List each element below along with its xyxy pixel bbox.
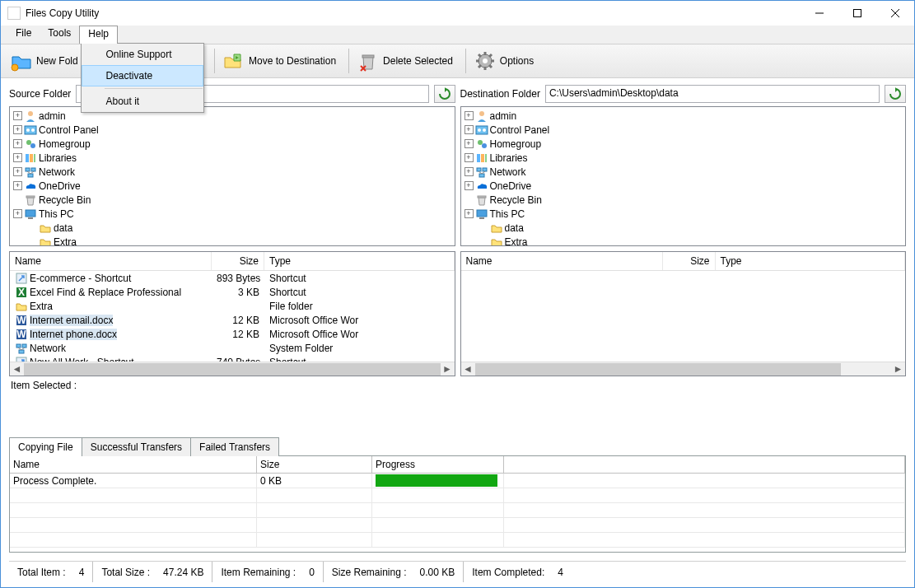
tree-node[interactable]: +This PC bbox=[10, 207, 455, 221]
destination-files-body[interactable] bbox=[461, 271, 906, 362]
col-type[interactable]: Type bbox=[716, 252, 906, 270]
maximize-button[interactable] bbox=[838, 1, 876, 26]
tree-node[interactable]: +Network bbox=[10, 165, 455, 179]
scroll-right-icon[interactable]: ► bbox=[441, 362, 455, 376]
destination-hscrollbar[interactable]: ◄ ► bbox=[461, 362, 906, 376]
tree-node[interactable]: +Libraries bbox=[10, 151, 455, 165]
tree-node[interactable]: +Homegroup bbox=[461, 137, 906, 151]
minimize-button[interactable] bbox=[801, 1, 838, 26]
expander-icon[interactable]: + bbox=[13, 181, 22, 190]
expander-icon[interactable]: + bbox=[13, 209, 22, 218]
scroll-thumb[interactable] bbox=[475, 363, 842, 376]
file-name: Excel Find & Replace Professional bbox=[30, 287, 181, 298]
recycle-icon bbox=[475, 194, 488, 207]
gcol-progress[interactable]: Progress bbox=[372, 456, 504, 473]
scroll-right-icon[interactable]: ► bbox=[891, 362, 905, 376]
expander-icon[interactable]: + bbox=[465, 209, 474, 218]
tree-node[interactable]: +This PC bbox=[461, 207, 906, 221]
tree-node[interactable]: +Libraries bbox=[461, 151, 906, 165]
destination-list-header: Name Size Type bbox=[461, 252, 906, 271]
svg-rect-24 bbox=[34, 154, 35, 162]
menu-tools[interactable]: Tools bbox=[40, 26, 79, 44]
menu-help[interactable]: Help bbox=[79, 26, 118, 44]
file-row[interactable]: WInternet phone.docx12 KBMicrosoft Offic… bbox=[10, 327, 455, 341]
destination-file-list[interactable]: Name Size Type ◄ ► bbox=[460, 251, 907, 376]
col-size[interactable]: Size bbox=[212, 252, 264, 270]
tree-node[interactable]: Extra bbox=[10, 235, 455, 246]
tree-node[interactable]: +Homegroup bbox=[10, 137, 455, 151]
close-button[interactable] bbox=[876, 1, 914, 26]
file-row[interactable]: New All Work - Shortcut740 BytesShortcut bbox=[10, 355, 455, 362]
tab-failed-transfers[interactable]: Failed Transfers bbox=[190, 437, 279, 456]
tree-node[interactable]: +Control Panel bbox=[10, 123, 455, 137]
expander-icon[interactable]: + bbox=[13, 111, 22, 120]
menu-deactivate[interactable]: Deactivate bbox=[82, 65, 203, 86]
source-hscrollbar[interactable]: ◄ ► bbox=[10, 362, 455, 376]
expander-icon[interactable]: + bbox=[13, 139, 22, 148]
tab-successful-transfers[interactable]: Successful Transfers bbox=[82, 437, 191, 456]
main-area: Source Folder +admin+Control Panel+Homeg… bbox=[1, 78, 914, 433]
file-row[interactable]: E-commerce - Shortcut893 BytesShortcut bbox=[10, 271, 455, 285]
gcol-name[interactable]: Name bbox=[10, 456, 257, 473]
gcol-size[interactable]: Size bbox=[257, 456, 372, 473]
svg-point-7 bbox=[483, 58, 488, 63]
tree-node[interactable]: +Control Panel bbox=[461, 123, 906, 137]
source-tree[interactable]: +admin+Control Panel+Homegroup+Libraries… bbox=[9, 106, 455, 246]
svg-rect-30 bbox=[26, 196, 35, 198]
tree-node[interactable]: Recycle Bin bbox=[10, 193, 455, 207]
col-name[interactable]: Name bbox=[10, 252, 212, 270]
tree-node[interactable]: Extra bbox=[461, 235, 906, 246]
source-files-body[interactable]: E-commerce - Shortcut893 BytesShortcutXE… bbox=[10, 271, 455, 362]
new-folder-button[interactable]: New Fold bbox=[6, 46, 87, 76]
tree-node[interactable]: +Network bbox=[461, 165, 906, 179]
tree-node-label: admin bbox=[490, 110, 517, 122]
file-row[interactable]: NetworkSystem Folder bbox=[10, 341, 455, 355]
expander-icon[interactable]: + bbox=[465, 111, 474, 120]
svg-rect-42 bbox=[19, 350, 24, 353]
grid-progress-cell bbox=[372, 474, 504, 488]
scroll-thumb[interactable] bbox=[24, 363, 441, 376]
expander-icon[interactable]: + bbox=[13, 167, 22, 176]
destination-tree[interactable]: +admin+Control Panel+Homegroup+Libraries… bbox=[460, 106, 907, 246]
status-value: 0 bbox=[309, 567, 315, 578]
folder-icon bbox=[490, 236, 503, 247]
tree-node[interactable]: data bbox=[461, 221, 906, 235]
tab-copying-file[interactable]: Copying File bbox=[9, 437, 82, 456]
scroll-left-icon[interactable]: ◄ bbox=[10, 362, 24, 376]
source-refresh-button[interactable] bbox=[434, 85, 455, 103]
expander-icon[interactable]: + bbox=[13, 153, 22, 162]
expander-icon bbox=[479, 223, 488, 232]
tree-node[interactable]: +OneDrive bbox=[461, 179, 906, 193]
menu-online-support[interactable]: Online Support bbox=[82, 44, 203, 65]
destination-path-input[interactable]: C:\Users\admin\Desktop\data bbox=[545, 85, 880, 103]
expander-icon[interactable]: + bbox=[465, 153, 474, 162]
expander-icon[interactable]: + bbox=[13, 125, 22, 134]
status-total-size: Total Size : 47.24 KB bbox=[93, 562, 212, 582]
expander-icon[interactable]: + bbox=[465, 181, 474, 190]
tree-node[interactable]: Recycle Bin bbox=[461, 193, 906, 207]
file-row[interactable]: ExtraFile folder bbox=[10, 299, 455, 313]
expander-icon[interactable]: + bbox=[465, 139, 474, 148]
expander-icon[interactable]: + bbox=[465, 167, 474, 176]
move-to-destination-button[interactable]: Move to Destination bbox=[218, 46, 345, 76]
cpl-icon bbox=[24, 124, 37, 137]
file-row[interactable]: XExcel Find & Replace Professional3 KBSh… bbox=[10, 285, 455, 299]
destination-refresh-button[interactable] bbox=[885, 85, 906, 103]
delete-selected-button[interactable]: Delete Selected bbox=[352, 46, 462, 76]
file-size: 12 KB bbox=[212, 315, 264, 326]
expander-icon[interactable]: + bbox=[465, 125, 474, 134]
tree-node[interactable]: +OneDrive bbox=[10, 179, 455, 193]
tree-node[interactable]: +admin bbox=[10, 109, 455, 123]
col-size[interactable]: Size bbox=[663, 252, 716, 270]
tree-node[interactable]: +admin bbox=[461, 109, 906, 123]
source-file-list[interactable]: Name Size Type E-commerce - Shortcut893 … bbox=[9, 251, 455, 376]
svg-point-48 bbox=[478, 128, 481, 132]
menu-file[interactable]: File bbox=[7, 26, 40, 44]
col-name[interactable]: Name bbox=[461, 252, 663, 270]
options-button[interactable]: Options bbox=[469, 46, 543, 76]
tree-node[interactable]: data bbox=[10, 221, 455, 235]
scroll-left-icon[interactable]: ◄ bbox=[461, 362, 475, 376]
file-row[interactable]: WInternet email.docx12 KBMicrosoft Offic… bbox=[10, 313, 455, 327]
menu-about[interactable]: About it bbox=[82, 91, 203, 112]
col-type[interactable]: Type bbox=[264, 252, 455, 270]
